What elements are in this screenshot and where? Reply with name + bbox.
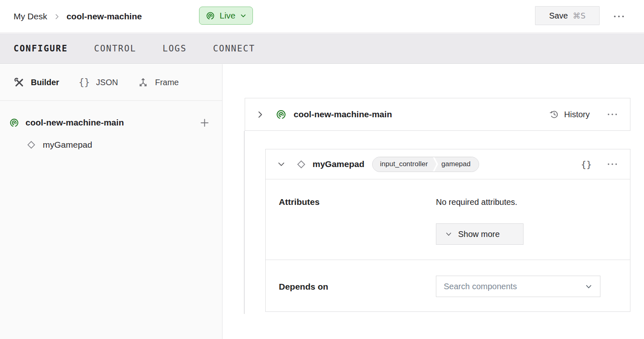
breadcrumb-chevron-icon [54,14,60,20]
machine-card-menu-button[interactable] [607,113,618,116]
component-diamond-icon [26,139,37,150]
tree-item-machine-main[interactable]: cool-new-machine-main [0,111,222,134]
tree-item-label: myGamepad [43,140,92,150]
depends-on-heading: Depends on [279,281,436,297]
edit-json-braces-icon[interactable]: {} [581,159,592,170]
tab-logs[interactable]: LOGS [162,44,187,53]
chevron-down-icon [445,231,452,237]
chevron-down-icon [585,283,592,290]
view-mode-label: Frame [155,78,179,87]
add-component-button[interactable] [199,117,210,128]
frame-axes-icon [137,77,149,88]
tree-item-mygamepad[interactable]: myGamepad [0,134,222,156]
breadcrumb-current: cool-new-machine [67,12,142,21]
chevron-down-icon [240,13,246,19]
save-shortcut-hint: ⌘S [573,11,586,20]
app-header: My Desk cool-new-machine Live Save ⌘S [0,0,644,33]
view-mode-label: Builder [31,78,59,87]
component-type-badge: input_controller gamepad [372,157,479,172]
machine-part-tree: cool-new-machine-main myGamepad [0,101,222,156]
view-mode-json[interactable]: {} JSON [79,77,118,88]
tab-configure[interactable]: CONFIGURE [14,44,68,53]
component-card-header: myGamepad input_controller gamepad {} [266,149,630,179]
main-nav-tabs: CONFIGURE CONTROL LOGS CONNECT [0,33,644,64]
component-card-menu-button[interactable] [607,163,618,166]
breadcrumb: My Desk cool-new-machine [14,0,142,33]
machine-signal-icon [206,11,215,21]
component-card-mygamepad: myGamepad input_controller gamepad {} At… [265,149,630,312]
component-model-label: gamepad [434,157,479,172]
configure-main-panel: cool-new-machine-main History [223,64,644,339]
machine-part-title: cool-new-machine-main [294,109,392,119]
history-button[interactable]: History [549,109,590,120]
expand-chevron-right-icon[interactable] [256,111,264,118]
view-mode-builder[interactable]: Builder [14,77,59,88]
view-mode-toolbar: Builder {} JSON Frame [0,64,222,101]
attributes-heading: Attributes [279,196,436,245]
tree-connector-line [244,131,245,314]
machine-signal-icon [9,118,19,128]
show-more-button[interactable]: Show more [436,223,524,245]
save-button[interactable]: Save ⌘S [535,6,600,25]
header-overflow-menu-button[interactable] [611,12,627,21]
depends-on-section: Depends on Search components [266,260,630,311]
tab-control[interactable]: CONTROL [94,44,137,53]
view-mode-label: JSON [96,78,118,87]
save-button-label: Save [549,11,568,21]
history-label: History [564,110,590,119]
tools-icon [14,77,25,88]
show-more-label: Show more [458,230,500,239]
tab-connect[interactable]: CONNECT [213,44,255,53]
component-title: myGamepad [313,159,364,169]
search-components-placeholder: Search components [444,282,517,291]
live-status-label: Live [220,11,236,21]
attributes-empty-text: No required attributes. [436,196,619,208]
depends-on-search-select[interactable]: Search components [436,276,600,297]
component-diamond-icon [296,159,307,170]
configure-sidebar: Builder {} JSON Frame [0,64,222,339]
view-mode-frame[interactable]: Frame [137,77,179,88]
history-clock-icon [549,109,559,120]
component-type-label: input_controller [373,157,436,172]
live-status-dropdown[interactable]: Live [199,7,253,25]
attributes-section: Attributes No required attributes. Show … [266,179,630,260]
braces-icon: {} [79,77,90,88]
machine-part-card: cool-new-machine-main History [245,98,630,131]
collapse-chevron-down-icon[interactable] [278,160,285,168]
machine-signal-icon [276,109,287,120]
tree-item-label: cool-new-machine-main [25,118,124,128]
breadcrumb-parent[interactable]: My Desk [14,12,47,21]
